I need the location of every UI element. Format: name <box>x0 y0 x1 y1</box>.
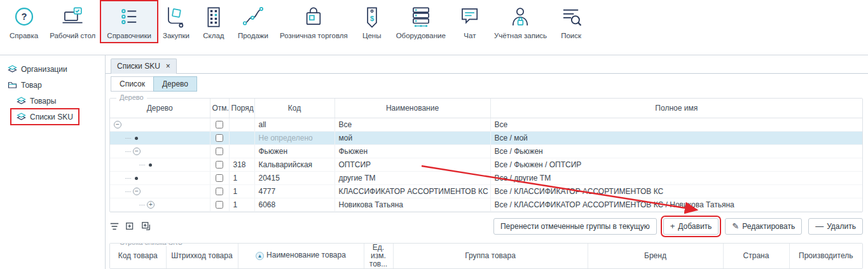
toolbar-item-retail[interactable]: Розничная торговля <box>274 1 354 42</box>
table-row[interactable]: − 1 4777 КЛАССИФИКАТОР АССОРТИМЕНТОВ КС … <box>110 184 862 198</box>
row-checkbox[interactable] <box>216 121 223 128</box>
sku-row-groupbox: Строка списка SKU Код товара Штрихкод то… <box>109 243 863 269</box>
column-header-brand[interactable]: Бренд <box>588 244 723 269</box>
full-name-cell: Все / Фьюжен / ОПТСИР <box>490 158 862 171</box>
row-checkbox[interactable] <box>216 201 223 209</box>
tree-cell: − <box>110 144 210 158</box>
column-header-product-code[interactable]: Код товара <box>110 244 166 269</box>
toolbar-item-desktop[interactable]: Рабочий стол <box>44 1 101 42</box>
tab-bar: Списки SKU × <box>106 55 868 74</box>
layers-icon <box>8 64 17 74</box>
toolbar-item-help[interactable]: ? Справка <box>4 1 44 42</box>
delete-button[interactable]: — Удалить <box>808 218 863 235</box>
subtab-tree[interactable]: Дерево <box>153 76 197 92</box>
expand-all-icon[interactable] <box>141 221 151 231</box>
tree-leaf-icon <box>135 137 138 140</box>
code-cell: 4777 <box>254 184 334 198</box>
plus-icon: + <box>670 222 675 230</box>
top-toolbar: ? Справка Рабочий стол Справочники Закуп… <box>0 0 868 55</box>
tab-sku-lists[interactable]: Списки SKU × <box>111 59 177 74</box>
toolbar-item-prices[interactable]: $ Цены <box>354 1 390 42</box>
toolbar-label: Чат <box>464 32 476 39</box>
sidebar-item-organizations[interactable]: Организации <box>3 62 72 76</box>
column-header-full-name[interactable]: Полное имя <box>490 99 862 118</box>
table-row[interactable]: 1 20415 другие ТМ Все / другие ТМ <box>110 171 862 184</box>
full-name-cell: Все / КЛАССИФИКАТОР АССОРТИМЕНТОВ КС / Н… <box>490 198 862 211</box>
tree-collapse-icon[interactable]: − <box>114 121 121 128</box>
tree-collapse-icon[interactable]: − <box>133 188 141 195</box>
column-header-checked[interactable]: Отм. <box>210 99 229 118</box>
sku-table: Код товара Штрихкод товара ▲Наименование… <box>110 244 862 269</box>
transfer-groups-button[interactable]: Перенести отмеченные группы в текущую <box>493 218 657 235</box>
subtab-list[interactable]: Список <box>111 76 154 92</box>
toolbar-item-search[interactable]: Поиск <box>553 1 589 42</box>
column-header-product-group[interactable]: Группа товара <box>393 244 588 269</box>
column-header-barcode[interactable]: Штрихкод товара <box>166 244 238 269</box>
desktop-icon <box>60 4 85 30</box>
name-cell: другие ТМ <box>334 171 490 184</box>
tree-groupbox-legend: Дерево <box>116 93 147 101</box>
sales-icon <box>240 4 266 30</box>
column-header-order[interactable]: Поряд <box>229 99 254 118</box>
toolbar-item-directories[interactable]: Справочники <box>101 1 157 42</box>
sidebar-item-product[interactable]: Товар <box>3 78 47 92</box>
checkbox-cell <box>210 184 229 198</box>
toolbar-item-purchases[interactable]: Закупки <box>157 1 195 42</box>
column-header-unit[interactable]: Ед. изм. тов... <box>364 244 393 269</box>
column-header-name[interactable]: Наименование <box>334 99 490 118</box>
warehouse-icon <box>201 4 226 30</box>
column-header-code[interactable]: Код <box>254 99 334 118</box>
svg-text:?: ? <box>21 11 27 22</box>
add-button[interactable]: + Добавить <box>663 218 719 235</box>
delete-button-label: Удалить <box>827 222 856 231</box>
code-cell: Не определено <box>254 131 334 144</box>
sort-ascending-icon[interactable]: ▲ <box>256 252 264 260</box>
sku-table-header: Код товара Штрихкод товара ▲Наименование… <box>110 244 862 269</box>
toolbar-item-equipment[interactable]: Оборудование <box>390 1 451 42</box>
checkbox-cell <box>210 131 229 144</box>
edit-button-label: Редактировать <box>742 222 795 231</box>
edit-button[interactable]: ✎ Редактировать <box>725 218 802 235</box>
column-header-product-name-label: Наименование товара <box>266 251 346 259</box>
tree-expand-icon[interactable]: + <box>147 201 155 209</box>
sidebar-item-products[interactable]: Товары <box>11 93 61 108</box>
toolbar-label: Рабочий стол <box>50 32 95 39</box>
row-checkbox[interactable] <box>216 188 223 195</box>
filter-icon[interactable] <box>109 221 120 231</box>
table-row-selected[interactable]: Не определено мой Все / мой <box>110 131 862 144</box>
checkbox-cell <box>210 171 229 184</box>
folder-icon <box>8 80 17 90</box>
column-header-product-name[interactable]: ▲Наименование товара <box>238 244 364 269</box>
expand-branch-icon[interactable] <box>125 221 135 231</box>
order-cell: 1 <box>229 184 254 198</box>
toolbar-label: Склад <box>203 32 224 39</box>
column-header-country[interactable]: Страна <box>723 244 789 269</box>
row-checkbox[interactable] <box>216 134 223 142</box>
close-icon[interactable]: × <box>166 62 170 70</box>
table-row[interactable]: − all Все Все <box>110 118 862 131</box>
order-cell: 1 <box>229 198 254 211</box>
toolbar-item-sales[interactable]: Продажи <box>232 1 274 42</box>
row-checkbox[interactable] <box>216 148 223 155</box>
help-icon: ? <box>11 4 37 30</box>
toolbar-label: Цены <box>362 32 382 39</box>
column-header-tree[interactable]: Дерево <box>110 99 210 118</box>
tree-table: Дерево Отм. Поряд Код Наименование Полно… <box>110 99 862 212</box>
toolbar-label: Учётная запись <box>494 32 547 39</box>
transfer-groups-label: Перенести отмеченные группы в текущую <box>500 222 650 231</box>
retail-icon <box>301 4 326 30</box>
row-checkbox[interactable] <box>216 174 223 182</box>
main-area: Списки SKU × Список Дерево Дерево Дерево… <box>106 55 868 269</box>
tree-collapse-icon[interactable]: − <box>133 148 141 155</box>
table-row[interactable]: + 1 6068 Новикова Татьяна Все / КЛАССИФИ… <box>110 198 862 211</box>
toolbar-item-account[interactable]: Учётная запись <box>488 1 553 42</box>
column-header-manufacturer[interactable]: Производитель <box>789 244 862 269</box>
checkbox-cell <box>210 144 229 158</box>
sidebar-item-sku-lists[interactable]: Списки SKU <box>11 109 78 124</box>
row-checkbox[interactable] <box>216 161 223 169</box>
table-row[interactable]: 318 Кальварийская ОПТСИР Все / Фьюжен / … <box>110 158 862 171</box>
toolbar-item-warehouse[interactable]: Склад <box>195 1 232 42</box>
table-row[interactable]: − Фьюжен Фьюжен Все / Фьюжен <box>110 144 862 158</box>
toolbar-item-chat[interactable]: Чат <box>451 1 488 42</box>
full-name-cell: Все / другие ТМ <box>490 171 862 184</box>
